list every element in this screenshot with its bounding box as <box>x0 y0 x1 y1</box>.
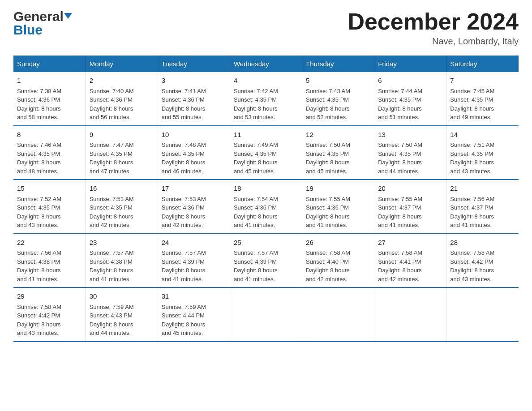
day-cell <box>446 287 519 342</box>
day-number: 6 <box>378 76 442 86</box>
day-cell: 11Sunrise: 7:49 AMSunset: 4:35 PMDayligh… <box>230 126 302 180</box>
logo-blue-text: Blue <box>13 22 43 38</box>
day-cell: 12Sunrise: 7:50 AMSunset: 4:35 PMDayligh… <box>302 126 374 180</box>
day-number: 5 <box>306 76 370 86</box>
day-number: 7 <box>450 76 515 86</box>
day-cell: 23Sunrise: 7:57 AMSunset: 4:38 PMDayligh… <box>86 234 158 288</box>
day-info: Sunrise: 7:44 AMSunset: 4:35 PMDaylight:… <box>378 88 422 121</box>
day-info: Sunrise: 7:49 AMSunset: 4:35 PMDaylight:… <box>234 141 278 175</box>
day-cell: 4Sunrise: 7:42 AMSunset: 4:35 PMDaylight… <box>230 72 302 126</box>
day-number: 28 <box>450 238 515 248</box>
day-cell: 30Sunrise: 7:59 AMSunset: 4:43 PMDayligh… <box>86 287 158 342</box>
day-number: 30 <box>90 291 154 302</box>
month-title: December 2024 <box>348 9 519 34</box>
day-cell: 7Sunrise: 7:45 AMSunset: 4:35 PMDaylight… <box>446 72 519 126</box>
day-info: Sunrise: 7:47 AMSunset: 4:35 PMDaylight:… <box>90 141 134 175</box>
day-cell: 26Sunrise: 7:58 AMSunset: 4:40 PMDayligh… <box>302 234 374 288</box>
header-thursday: Thursday <box>302 56 374 72</box>
calendar-table: SundayMondayTuesdayWednesdayThursdayFrid… <box>13 56 519 342</box>
day-number: 1 <box>17 76 82 86</box>
day-cell: 2Sunrise: 7:40 AMSunset: 4:36 PMDaylight… <box>86 72 158 126</box>
day-number: 10 <box>162 130 226 140</box>
day-cell: 20Sunrise: 7:55 AMSunset: 4:37 PMDayligh… <box>374 180 446 234</box>
location: Nave, Lombardy, Italy <box>348 36 519 47</box>
day-cell: 6Sunrise: 7:44 AMSunset: 4:35 PMDaylight… <box>374 72 446 126</box>
day-info: Sunrise: 7:53 AMSunset: 4:36 PMDaylight:… <box>162 196 206 229</box>
day-info: Sunrise: 7:42 AMSunset: 4:35 PMDaylight:… <box>234 88 278 121</box>
day-cell: 9Sunrise: 7:47 AMSunset: 4:35 PMDaylight… <box>86 126 158 180</box>
day-number: 13 <box>378 130 442 140</box>
day-cell: 28Sunrise: 7:58 AMSunset: 4:42 PMDayligh… <box>446 234 519 288</box>
day-number: 27 <box>378 238 442 248</box>
day-number: 17 <box>162 184 226 194</box>
day-number: 18 <box>234 184 298 194</box>
day-number: 26 <box>306 238 370 248</box>
day-number: 20 <box>378 184 442 194</box>
day-info: Sunrise: 7:50 AMSunset: 4:35 PMDaylight:… <box>378 141 422 175</box>
day-number: 11 <box>234 130 298 140</box>
header-monday: Monday <box>86 56 158 72</box>
day-info: Sunrise: 7:45 AMSunset: 4:35 PMDaylight:… <box>450 88 494 121</box>
day-number: 21 <box>450 184 515 194</box>
logo-arrow-icon <box>64 13 72 19</box>
day-info: Sunrise: 7:57 AMSunset: 4:39 PMDaylight:… <box>162 249 206 283</box>
day-info: Sunrise: 7:40 AMSunset: 4:36 PMDaylight:… <box>90 88 134 121</box>
day-number: 14 <box>450 130 515 140</box>
day-info: Sunrise: 7:57 AMSunset: 4:38 PMDaylight:… <box>90 249 134 283</box>
day-number: 16 <box>90 184 154 194</box>
week-row-5: 29Sunrise: 7:58 AMSunset: 4:42 PMDayligh… <box>13 287 519 342</box>
day-cell: 31Sunrise: 7:59 AMSunset: 4:44 PMDayligh… <box>158 287 230 342</box>
day-number: 8 <box>17 130 82 140</box>
day-info: Sunrise: 7:58 AMSunset: 4:42 PMDaylight:… <box>450 249 494 283</box>
day-cell <box>230 287 302 342</box>
day-info: Sunrise: 7:58 AMSunset: 4:42 PMDaylight:… <box>17 304 61 337</box>
header-saturday: Saturday <box>446 56 519 72</box>
day-info: Sunrise: 7:59 AMSunset: 4:43 PMDaylight:… <box>90 304 134 337</box>
day-cell: 15Sunrise: 7:52 AMSunset: 4:35 PMDayligh… <box>13 180 86 234</box>
day-cell: 17Sunrise: 7:53 AMSunset: 4:36 PMDayligh… <box>158 180 230 234</box>
logo: General Blue <box>13 9 72 38</box>
day-cell: 8Sunrise: 7:46 AMSunset: 4:35 PMDaylight… <box>13 126 86 180</box>
title-area: December 2024 Nave, Lombardy, Italy <box>348 9 519 47</box>
day-info: Sunrise: 7:54 AMSunset: 4:36 PMDaylight:… <box>234 196 278 229</box>
day-cell: 27Sunrise: 7:58 AMSunset: 4:41 PMDayligh… <box>374 234 446 288</box>
day-cell: 22Sunrise: 7:56 AMSunset: 4:38 PMDayligh… <box>13 234 86 288</box>
day-info: Sunrise: 7:43 AMSunset: 4:35 PMDaylight:… <box>306 88 350 121</box>
day-info: Sunrise: 7:56 AMSunset: 4:38 PMDaylight:… <box>17 249 61 283</box>
week-row-2: 8Sunrise: 7:46 AMSunset: 4:35 PMDaylight… <box>13 126 519 180</box>
day-cell: 24Sunrise: 7:57 AMSunset: 4:39 PMDayligh… <box>158 234 230 288</box>
day-number: 12 <box>306 130 370 140</box>
week-row-1: 1Sunrise: 7:38 AMSunset: 4:36 PMDaylight… <box>13 72 519 126</box>
day-number: 2 <box>90 76 154 86</box>
week-row-3: 15Sunrise: 7:52 AMSunset: 4:35 PMDayligh… <box>13 180 519 234</box>
logo-general-text: General <box>13 9 64 24</box>
day-cell: 16Sunrise: 7:53 AMSunset: 4:35 PMDayligh… <box>86 180 158 234</box>
day-info: Sunrise: 7:52 AMSunset: 4:35 PMDaylight:… <box>17 196 61 229</box>
day-cell: 18Sunrise: 7:54 AMSunset: 4:36 PMDayligh… <box>230 180 302 234</box>
day-number: 22 <box>17 238 82 248</box>
day-cell: 25Sunrise: 7:57 AMSunset: 4:39 PMDayligh… <box>230 234 302 288</box>
day-cell: 13Sunrise: 7:50 AMSunset: 4:35 PMDayligh… <box>374 126 446 180</box>
day-info: Sunrise: 7:59 AMSunset: 4:44 PMDaylight:… <box>162 304 206 337</box>
day-number: 9 <box>90 130 154 140</box>
day-cell: 14Sunrise: 7:51 AMSunset: 4:35 PMDayligh… <box>446 126 519 180</box>
day-number: 23 <box>90 238 154 248</box>
day-number: 31 <box>162 291 226 302</box>
day-info: Sunrise: 7:41 AMSunset: 4:36 PMDaylight:… <box>162 88 206 121</box>
day-cell: 10Sunrise: 7:48 AMSunset: 4:35 PMDayligh… <box>158 126 230 180</box>
day-cell: 3Sunrise: 7:41 AMSunset: 4:36 PMDaylight… <box>158 72 230 126</box>
day-number: 25 <box>234 238 298 248</box>
header-wednesday: Wednesday <box>230 56 302 72</box>
day-info: Sunrise: 7:58 AMSunset: 4:40 PMDaylight:… <box>306 249 350 283</box>
day-info: Sunrise: 7:46 AMSunset: 4:35 PMDaylight:… <box>17 141 61 175</box>
day-info: Sunrise: 7:58 AMSunset: 4:41 PMDaylight:… <box>378 249 422 283</box>
day-cell: 1Sunrise: 7:38 AMSunset: 4:36 PMDaylight… <box>13 72 86 126</box>
day-cell <box>302 287 374 342</box>
day-info: Sunrise: 7:50 AMSunset: 4:35 PMDaylight:… <box>306 141 350 175</box>
day-cell: 5Sunrise: 7:43 AMSunset: 4:35 PMDaylight… <box>302 72 374 126</box>
day-number: 15 <box>17 184 82 194</box>
day-info: Sunrise: 7:53 AMSunset: 4:35 PMDaylight:… <box>90 196 134 229</box>
day-number: 19 <box>306 184 370 194</box>
day-cell: 19Sunrise: 7:55 AMSunset: 4:36 PMDayligh… <box>302 180 374 234</box>
week-row-4: 22Sunrise: 7:56 AMSunset: 4:38 PMDayligh… <box>13 234 519 288</box>
